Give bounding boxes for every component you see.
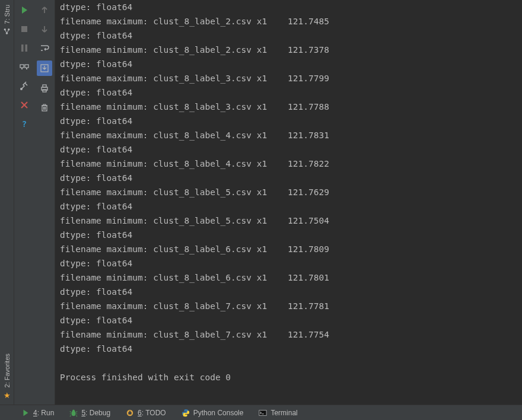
- svg-rect-3: [21, 26, 27, 32]
- svg-rect-22: [259, 410, 266, 415]
- toolwindow-python-console[interactable]: Python Console: [182, 409, 244, 417]
- main-row: 7: Stru ★ 2: Favorites ?: [0, 0, 522, 405]
- clear-all-button[interactable]: [38, 101, 51, 114]
- output-toolbar: [34, 0, 55, 405]
- toolwindow-debug-label: 5: Debug: [81, 409, 110, 417]
- soft-wrap-button[interactable]: [38, 42, 51, 55]
- svg-point-21: [129, 411, 130, 412]
- console-output[interactable]: dtype: float64 filename maximum: clust_8…: [55, 0, 522, 405]
- scroll-to-end-button[interactable]: [37, 61, 52, 76]
- toolwindow-pyconsole-label: Python Console: [193, 409, 244, 417]
- svg-rect-5: [26, 44, 28, 52]
- svg-text:?: ?: [22, 119, 27, 129]
- rerun-button[interactable]: [18, 4, 31, 17]
- structure-icon: [2, 27, 11, 35]
- todo-icon: [126, 409, 134, 417]
- svg-point-18: [72, 409, 75, 412]
- toolwindow-run[interactable]: 4: Run: [21, 409, 54, 417]
- toolwindow-terminal[interactable]: Terminal: [259, 409, 297, 417]
- tab-structure[interactable]: 7: Stru: [0, 0, 14, 40]
- toolwindow-terminal-label: Terminal: [270, 409, 297, 417]
- run-icon: [21, 409, 30, 417]
- run-toolbar: ?: [14, 0, 34, 405]
- bottom-toolwindow-bar: 4: Run 5: Debug 6: TODO Python Console T…: [0, 405, 522, 420]
- toolwindow-run-label: 4: Run: [33, 409, 54, 417]
- stop-button[interactable]: [18, 23, 31, 36]
- toolwindow-todo[interactable]: 6: TODO: [126, 409, 166, 417]
- star-icon: ★: [2, 391, 11, 400]
- svg-point-10: [20, 88, 23, 90]
- exit-button[interactable]: [18, 98, 31, 112]
- svg-rect-8: [21, 68, 23, 69]
- up-button[interactable]: [38, 4, 51, 17]
- down-button[interactable]: [38, 23, 51, 36]
- tab-favorites-label: 2: Favorites: [4, 354, 11, 387]
- svg-rect-20: [128, 412, 131, 414]
- svg-rect-4: [21, 44, 24, 52]
- help-button[interactable]: ?: [18, 117, 31, 131]
- left-tool-tabs: 7: Stru ★ 2: Favorites: [0, 0, 14, 405]
- toolwindow-todo-label: 6: TODO: [138, 409, 166, 417]
- terminal-icon: [259, 409, 267, 417]
- attach-debugger-button[interactable]: [18, 79, 31, 93]
- toolwindow-debug[interactable]: 5: Debug: [69, 409, 110, 417]
- svg-rect-9: [26, 68, 27, 69]
- tab-favorites[interactable]: ★ 2: Favorites: [0, 349, 14, 405]
- pause-button[interactable]: [18, 42, 31, 55]
- tab-structure-label: 7: Stru: [4, 5, 11, 24]
- print-button[interactable]: [38, 82, 51, 95]
- dump-threads-button[interactable]: [18, 61, 31, 74]
- bug-icon: [69, 409, 78, 417]
- python-icon: [182, 409, 190, 417]
- svg-rect-6: [20, 65, 24, 68]
- svg-rect-7: [25, 65, 28, 68]
- svg-rect-14: [43, 85, 46, 87]
- svg-rect-15: [43, 90, 46, 92]
